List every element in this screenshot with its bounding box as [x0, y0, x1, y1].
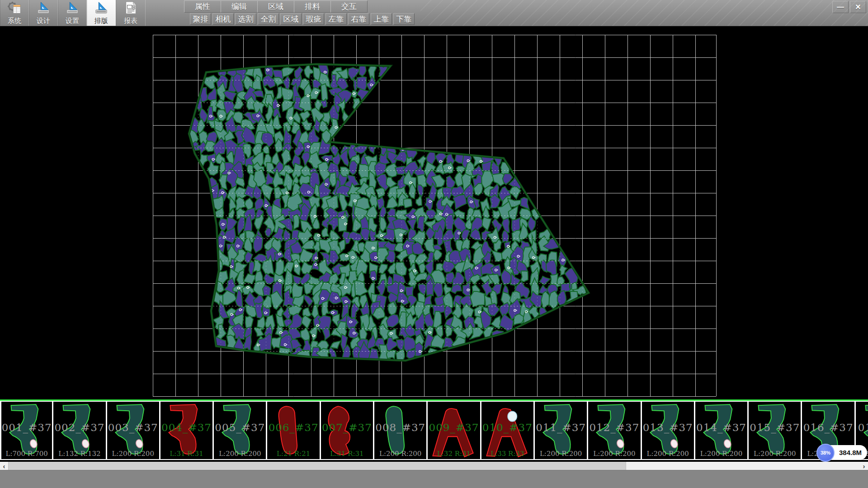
- pattern-thumbnail-6[interactable]: 006_#37L:21 R:21: [267, 401, 321, 460]
- toolbar: 系统设计设置排版报表 属性编辑区域排料交互 聚排相机选割全割区域瑕疵左靠右靠上靠…: [0, 0, 868, 26]
- pattern-thumbnail-14[interactable]: 014_#37L:200 R:200: [695, 401, 749, 460]
- pattern-label: 017_#37: [856, 422, 868, 433]
- pattern-label: 011_#37: [535, 422, 587, 433]
- pattern-lr-count: L:200 R:200: [749, 450, 801, 458]
- application-window: 系统设计设置排版报表 属性编辑区域排料交互 聚排相机选割全割区域瑕疵左靠右靠上靠…: [0, 0, 868, 488]
- pattern-thumbnail-13[interactable]: 013_#37L:200 R:200: [642, 401, 695, 460]
- layout-icon: [94, 1, 108, 16]
- pattern-thumbnail-3[interactable]: 003_#37L:200 R:200: [107, 401, 160, 460]
- main-button-layout[interactable]: 排版: [87, 0, 116, 26]
- tool-button-6[interactable]: 瑕疵: [303, 13, 324, 25]
- pattern-label: 001_#37: [1, 422, 52, 433]
- pattern-strip: 001_#37L:700 R:700002_#37L:132 R:132003_…: [0, 399, 868, 462]
- titlebar-texture: [420, 0, 868, 26]
- pattern-lr-count: L:200 R:200: [588, 450, 640, 458]
- main-button-label: 系统: [8, 17, 21, 25]
- pattern-thumbnail-8[interactable]: 008_#37L:200 R:200: [374, 401, 428, 460]
- pattern-label: 015_#37: [749, 422, 801, 433]
- minimize-button[interactable]: —: [832, 1, 849, 13]
- progress-circle: 38%: [816, 444, 835, 462]
- menu-button-1[interactable]: 属性: [184, 0, 221, 13]
- system-icon: [8, 1, 21, 16]
- pattern-label: 013_#37: [642, 422, 694, 433]
- pattern-thumbnail-12[interactable]: 012_#37L:200 R:200: [588, 401, 642, 460]
- main-button-settings[interactable]: 设置: [58, 0, 87, 26]
- pattern-lr-count: L:33 R:33: [481, 450, 533, 458]
- pattern-label: 008_#37: [374, 422, 426, 433]
- settings-icon: [66, 1, 79, 16]
- main-button-design[interactable]: 设计: [29, 0, 58, 26]
- pattern-label: 007_#37: [321, 422, 373, 433]
- tool-button-7[interactable]: 左靠: [326, 13, 347, 25]
- tool-button-2[interactable]: 相机: [212, 13, 234, 25]
- pattern-lr-count: L:700 R:700: [1, 450, 52, 458]
- tool-button-1[interactable]: 聚排: [190, 13, 211, 25]
- pattern-label: 009_#37: [428, 422, 480, 433]
- pattern-lr-count: L:32 R:31: [428, 450, 480, 458]
- pattern-lr-count: L:200 R:200: [374, 450, 426, 458]
- main-button-label: 设置: [66, 17, 79, 25]
- menu-button-3[interactable]: 区域: [257, 0, 294, 13]
- tool-button-3[interactable]: 选割: [235, 13, 256, 25]
- pattern-lr-count: L:200 R:200: [214, 450, 266, 458]
- pattern-label: 006_#37: [267, 422, 319, 433]
- tool-button-4[interactable]: 全割: [258, 13, 279, 25]
- menu-button-5[interactable]: 交互: [330, 0, 368, 13]
- pattern-lr-count: L:200 R:200: [642, 450, 694, 458]
- pattern-thumbnail-15[interactable]: 015_#37L:200 R:200: [749, 401, 802, 460]
- nesting-viewport[interactable]: [0, 26, 868, 399]
- status-bar: [0, 470, 868, 488]
- main-button-report[interactable]: 报表: [116, 0, 146, 26]
- horizontal-scrollbar[interactable]: ‹ ›: [0, 462, 868, 470]
- pattern-label: 016_#37: [802, 422, 854, 433]
- main-button-system[interactable]: 系统: [0, 0, 29, 26]
- scrollbar-thumb[interactable]: [8, 462, 626, 470]
- pattern-thumbnail-9[interactable]: 009_#37L:32 R:31: [428, 401, 481, 460]
- menu-button-4[interactable]: 排料: [294, 0, 331, 13]
- pattern-thumbnail-2[interactable]: 002_#37L:132 R:132: [53, 401, 107, 460]
- pattern-thumbnail-1[interactable]: 001_#37L:700 R:700: [0, 401, 53, 460]
- pattern-thumbnail-list: 001_#37L:700 R:700002_#37L:132 R:132003_…: [0, 401, 868, 462]
- pattern-thumbnail-11[interactable]: 011_#37L:200 R:200: [535, 401, 588, 460]
- pattern-lr-count: L:200 R:200: [535, 450, 587, 458]
- main-button-label: 报表: [124, 17, 137, 25]
- tool-button-10[interactable]: 下靠: [393, 13, 415, 25]
- scroll-right-arrow[interactable]: ›: [860, 462, 868, 470]
- pattern-thumbnail-10[interactable]: 010_#37L:33 R:33: [481, 401, 535, 460]
- pattern-lr-count: L:200 R:200: [107, 450, 159, 458]
- close-button[interactable]: ✕: [850, 1, 866, 13]
- report-icon: [124, 1, 137, 16]
- pattern-label: 014_#37: [695, 422, 747, 433]
- menu-row: 属性编辑区域排料交互: [184, 0, 368, 13]
- pattern-label: 004_#37: [160, 422, 212, 433]
- design-icon: [37, 1, 50, 16]
- pattern-lr-count: L:132 R:132: [53, 450, 105, 458]
- tool-button-5[interactable]: 区域: [280, 13, 302, 25]
- pattern-thumbnail-4[interactable]: 004_#37L:31 R:31: [160, 401, 214, 460]
- pattern-label: 012_#37: [588, 422, 640, 433]
- pattern-lr-count: L:21 R:21: [267, 450, 319, 458]
- tool-button-9[interactable]: 上靠: [371, 13, 392, 25]
- main-button-label: 设计: [37, 17, 50, 25]
- pattern-label: 005_#37: [214, 422, 266, 433]
- main-button-label: 排版: [94, 17, 108, 25]
- pattern-label: 002_#37: [53, 422, 105, 433]
- pattern-lr-count: L:31 R:31: [160, 450, 212, 458]
- pattern-label: 010_#37: [481, 422, 533, 433]
- pattern-lr-count: L:31 R:31: [321, 450, 373, 458]
- nesting-canvas[interactable]: [0, 26, 868, 399]
- pattern-lr-count: L:200 R:200: [695, 450, 747, 458]
- pattern-thumbnail-5[interactable]: 005_#37L:200 R:200: [214, 401, 267, 460]
- menu-button-2[interactable]: 编辑: [221, 0, 258, 13]
- tool-row: 聚排相机选割全割区域瑕疵左靠右靠上靠下靠: [190, 13, 416, 25]
- tool-button-8[interactable]: 右靠: [348, 13, 369, 25]
- pattern-label: 003_#37: [107, 422, 159, 433]
- pattern-thumbnail-7[interactable]: 007_#37L:31 R:31: [321, 401, 374, 460]
- window-controls: — ✕: [832, 1, 866, 13]
- main-button-group: 系统设计设置排版报表: [0, 0, 146, 26]
- scroll-left-arrow[interactable]: ‹: [0, 462, 8, 470]
